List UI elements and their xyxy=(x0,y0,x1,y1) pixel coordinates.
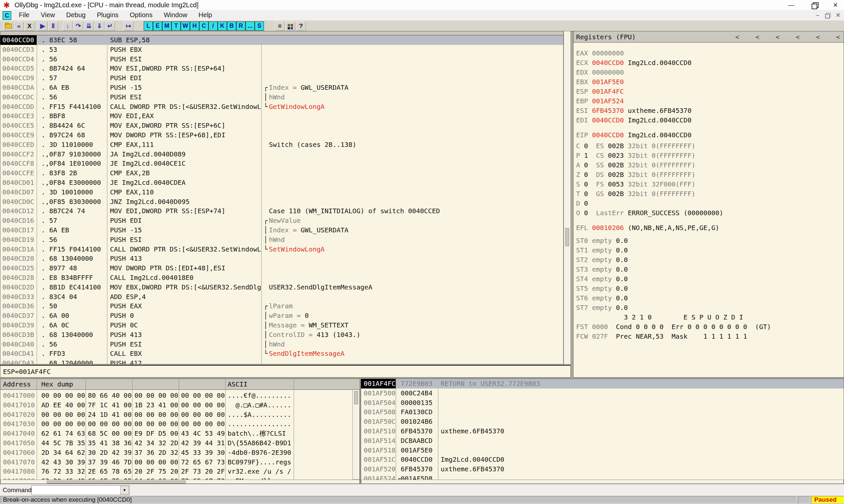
toolbar-letter-dots[interactable]: ... xyxy=(245,21,255,31)
hex-header-hexdump[interactable]: Hex dump xyxy=(41,380,73,389)
animate-over-icon[interactable]: ⇓ xyxy=(94,21,104,31)
hex-dump-pane[interactable]: Address Hex dump ASCII 0041700000 00 00 … xyxy=(0,379,360,484)
disasm-row[interactable]: 0040CCDD. FF15 F4414100CALL DWORD PTR DS… xyxy=(0,102,563,111)
register-line[interactable]: ST7 empty 0.0 xyxy=(573,303,844,312)
restore-button[interactable] xyxy=(807,0,822,10)
disasm-row[interactable]: 0040CCD9. 57PUSH EDI xyxy=(0,73,563,83)
register-line[interactable]: ST5 empty 0.0 xyxy=(573,284,844,293)
register-line[interactable]: FCW 027F Prec NEAR,53 Mask 1 1 1 1 1 1 xyxy=(573,332,844,341)
registers-pane[interactable]: Registers (FPU) <<<<<< EAX 00000000ECX 0… xyxy=(573,31,844,378)
menu-item-debug[interactable]: Debug xyxy=(61,10,91,20)
disasm-row[interactable]: 0040CCD4. 56PUSH ESI xyxy=(0,54,563,64)
disasm-row[interactable]: 0040CD2D. 8B1D EC414100MOV EBX,DWORD PTR… xyxy=(0,283,563,292)
disasm-row[interactable]: 0040CD43. 68 12040000PUSH 412 xyxy=(0,358,563,364)
register-line[interactable]: ST1 empty 0.0 xyxy=(573,246,844,255)
appearance-icon[interactable] xyxy=(286,21,295,31)
toolbar-letter-e[interactable]: E xyxy=(153,21,162,31)
log-window-icon[interactable]: ≡ xyxy=(275,21,285,31)
register-line[interactable]: EDI 0040CCD0 Img2Lcd.0040CCD0 xyxy=(573,115,844,125)
registers-collapse-button[interactable]: < xyxy=(836,32,840,41)
hex-row[interactable]: 0041705044 5C 7B 3535 41 38 3642 34 32 2… xyxy=(0,438,360,448)
register-line[interactable]: EFL 00010206 (NO,NB,NE,A,NS,PE,GE,G) xyxy=(573,223,844,233)
disasm-row[interactable]: 0040CCE9. 897C24 68MOV DWORD PTR SS:[ESP… xyxy=(0,130,563,140)
register-line[interactable]: ST4 empty 0.0 xyxy=(573,274,844,284)
toolbar-letter-s[interactable]: S xyxy=(255,21,264,31)
register-line[interactable]: T 0 GS 002B 32bit 0(FFFFFFFF) xyxy=(573,189,844,199)
hex-vscrollbar[interactable] xyxy=(352,390,360,480)
register-line[interactable]: ESP 001AF4FC xyxy=(573,87,844,96)
registers-collapse-button[interactable]: < xyxy=(796,32,800,41)
toolbar-letter-w[interactable]: W xyxy=(181,21,190,31)
menu-item-view[interactable]: View xyxy=(35,10,61,20)
register-line[interactable]: O 0 LastErr ERROR_SUCCESS (00000000) xyxy=(573,208,844,218)
register-line[interactable]: P 1 CS 0023 32bit 0(FFFFFFFF) xyxy=(573,151,844,160)
disasm-row[interactable]: 0040CD12. 8B7C24 74MOV EDI,DWORD PTR SS:… xyxy=(0,206,563,216)
hex-header-ascii[interactable]: ASCII xyxy=(228,380,247,389)
register-line[interactable]: ESI 6FB45370 uxtheme.6FB45370 xyxy=(573,106,844,115)
registers-collapse-button[interactable]: < xyxy=(776,32,779,41)
stack-row[interactable]: 001AF5106FB45370uxtheme.6FB45370 xyxy=(361,427,844,436)
registers-collapse-button[interactable]: < xyxy=(756,32,759,41)
cpu-window-icon[interactable]: C xyxy=(3,11,11,20)
hex-row[interactable]: 0041700000 00 00 0080 66 40 0000 00 00 0… xyxy=(0,391,360,400)
toolbar-letter-b[interactable]: B xyxy=(227,21,236,31)
hex-header-address[interactable]: Address xyxy=(3,380,31,389)
animate-into-icon[interactable]: ⇊ xyxy=(84,21,94,31)
disasm-row[interactable]: 0040CCFE. 83F8 2BCMP EAX,2B xyxy=(0,168,563,178)
menu-item-plugins[interactable]: Plugins xyxy=(91,10,124,20)
stack-pane[interactable]: 001AF4FC772E9B03RETURN to USER32.772E9B0… xyxy=(361,379,844,484)
hex-row[interactable]: 0041708076 72 33 322E 65 78 6520 2F 75 2… xyxy=(0,467,360,476)
toolbar-letter-t[interactable]: T xyxy=(171,21,181,31)
toolbar-letter-r[interactable]: R xyxy=(236,21,245,31)
disasm-vscrollbar[interactable] xyxy=(564,31,571,364)
register-line[interactable]: ST0 empty 0.0 xyxy=(573,236,844,246)
close-button[interactable]: × xyxy=(828,0,843,10)
register-line[interactable]: C 0 ES 002B 32bit 0(FFFFFFFF) xyxy=(573,141,844,151)
disasm-row[interactable]: 0040CD40. 56PUSH ESI│hWnd xyxy=(0,340,563,349)
hex-row[interactable]: 0041707042 43 30 3937 39 46 7D00 00 00 0… xyxy=(0,457,360,467)
toolbar-letter-l[interactable]: L xyxy=(144,21,153,31)
register-line[interactable]: EBP 001AF524 xyxy=(573,96,844,106)
register-line[interactable]: ST2 empty 0.0 xyxy=(573,255,844,265)
toolbar-letter-m[interactable]: M xyxy=(162,21,171,31)
run-icon[interactable]: ▶ xyxy=(38,21,48,31)
register-line[interactable]: Z 0 DS 002B 32bit 0(FFFFFFFF) xyxy=(573,170,844,180)
hex-row[interactable]: 004170602D 34 64 6230 2D 42 3937 36 2D 3… xyxy=(0,448,360,457)
menu-item-file[interactable]: File xyxy=(13,10,35,20)
disasm-row[interactable]: 0040CD19. 56PUSH ESI│hWnd xyxy=(0,235,563,245)
registers-collapse-button[interactable]: < xyxy=(735,32,739,41)
disasm-row[interactable]: 0040CD16. 57PUSH EDI┌NewValue xyxy=(0,216,563,226)
disasm-row[interactable]: 0040CCD3. 53PUSH EBX xyxy=(0,45,563,54)
disasm-row[interactable]: 0040CD01.,0F84 E3000000JE Img2Lcd.0040CD… xyxy=(0,178,563,187)
register-line[interactable]: 3 2 1 0 E S P U O Z D I xyxy=(573,312,844,322)
disasm-row[interactable]: 0040CD20. 68 13040000PUSH 413 xyxy=(0,254,563,264)
register-line[interactable]: D 0 xyxy=(573,199,844,208)
toolbar-letter-h[interactable]: H xyxy=(190,21,199,31)
child-restore-button[interactable] xyxy=(823,11,832,19)
command-dropdown-button[interactable]: ▼ xyxy=(120,486,129,494)
register-line[interactable]: EBX 001AF5E0 xyxy=(573,77,844,87)
stack-row[interactable]: 001AF5206FB45370uxtheme.6FB45370 xyxy=(361,464,844,474)
stack-row[interactable]: 001AF50400000135 xyxy=(361,398,844,408)
disassembly-pane[interactable]: 0040CCD0. 83EC 58SUB ESP,580040CCD3. 53P… xyxy=(0,31,564,364)
stack-row[interactable]: 001AF50C001024B6 xyxy=(361,417,844,427)
menu-item-window[interactable]: Window xyxy=(158,10,193,20)
disasm-row[interactable]: 0040CD07. 3D 10010000CMP EAX,110 xyxy=(0,187,563,197)
go-to-address-icon[interactable]: ↦ xyxy=(123,21,134,31)
stack-row[interactable]: 001AF514DCBAABCD xyxy=(361,436,844,446)
hex-row[interactable]: 00417010AD EE 40 007F 1C 41 001B 23 41 0… xyxy=(0,400,360,410)
child-close-button[interactable]: × xyxy=(834,11,842,19)
register-line[interactable]: FST 0000 Cond 0 0 0 0 Err 0 0 0 0 0 0 0 … xyxy=(573,322,844,332)
disasm-row[interactable]: 0040CD17. 6A EBPUSH -15│Index = GWL_USER… xyxy=(0,226,563,235)
command-input[interactable]: ▼ xyxy=(31,485,130,495)
disasm-row[interactable]: 0040CCDA. 6A EBPUSH -15┌Index = GWL_USER… xyxy=(0,83,563,92)
registers-collapse-button[interactable]: < xyxy=(816,32,820,41)
stack-row[interactable]: 001AF518001AF5E0 xyxy=(361,446,844,455)
disasm-row[interactable]: 0040CD39. 6A 0CPUSH 0C│Message = WM_SETT… xyxy=(0,321,563,330)
help-icon[interactable]: ? xyxy=(296,21,306,31)
menu-item-help[interactable]: Help xyxy=(193,10,218,20)
stack-row[interactable]: 001AF508FA0130CD xyxy=(361,407,844,417)
disasm-vscroll-thumb[interactable] xyxy=(565,228,569,246)
register-line[interactable]: EIP 0040CCD0 Img2Lcd.0040CCD0 xyxy=(573,130,844,140)
disasm-row[interactable]: 0040CD41. FFD3CALL EBX└SendDlgItemMessag… xyxy=(0,349,563,358)
